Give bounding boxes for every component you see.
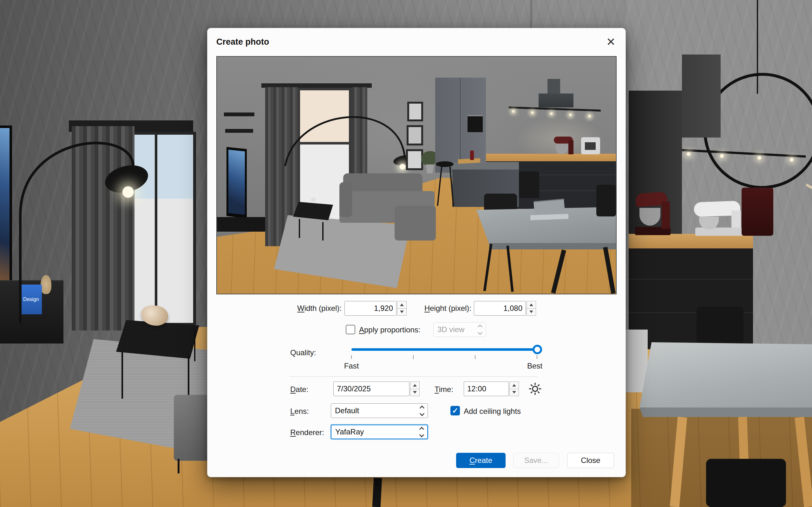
- drawer-seam: [629, 279, 753, 279]
- chair-leg: [372, 477, 382, 507]
- date-spinner: [410, 382, 420, 396]
- label-text: reate: [475, 456, 492, 464]
- renderer-select[interactable]: YafaRay: [331, 425, 428, 439]
- spinner-down-icon: [512, 391, 516, 394]
- quality-slider[interactable]: [351, 348, 537, 351]
- close-icon[interactable]: ×: [603, 34, 618, 49]
- preview-wall-shelf: [225, 129, 253, 133]
- dining-table-edge: [640, 407, 812, 417]
- preview-media-shelf: [217, 217, 265, 232]
- ottoman-leg: [177, 459, 180, 473]
- date-label: Date:: [290, 385, 308, 394]
- close-button[interactable]: Close: [567, 453, 614, 468]
- label-text: enderer:: [296, 428, 324, 437]
- height-input[interactable]: [474, 301, 526, 316]
- time-spin-up-button[interactable]: [509, 382, 519, 389]
- preview-sofa-arm: [339, 182, 352, 217]
- create-photo-dialog: Create photo ×: [207, 28, 626, 477]
- time-spinner: [509, 382, 519, 396]
- dialog-title: Create photo: [216, 37, 269, 47]
- preview-picture-frame: [407, 125, 423, 146]
- label-text: ens:: [294, 407, 309, 415]
- height-spinner: [526, 301, 536, 316]
- tv-screen: [0, 128, 9, 290]
- height-label: Height (pixel):: [415, 304, 471, 313]
- preview-oven: [467, 115, 483, 132]
- preview-wine-bottle: [470, 151, 474, 160]
- ceiling-lights-checkbox[interactable]: ✓: [450, 406, 460, 415]
- renderer-label: Renderer:: [290, 428, 324, 437]
- coffee-table-leg: [121, 351, 123, 399]
- apply-proportions-checkbox[interactable]: ✓: [346, 325, 355, 334]
- coffee-machine-front: [585, 142, 596, 150]
- quality-slider-handle[interactable]: [532, 345, 542, 354]
- preview-sofa-chaise: [395, 206, 436, 240]
- preview-bar-chair: [519, 171, 539, 198]
- slider-tick: [475, 355, 475, 359]
- separator: [289, 376, 538, 377]
- preview-tv-screen: [229, 150, 245, 215]
- preview-hood-chimney: [548, 79, 560, 95]
- width-label: Width (pixel):: [288, 304, 342, 313]
- quality-label: Quality:: [290, 348, 316, 357]
- preview-spot: [569, 113, 572, 116]
- lens-value: Default: [335, 406, 359, 415]
- spinner-down-icon: [413, 391, 417, 394]
- lens-label: Lens:: [290, 407, 309, 416]
- mnemonic: D: [290, 385, 296, 394]
- create-button[interactable]: Create: [456, 453, 506, 468]
- height-spin-down-button[interactable]: [526, 308, 536, 316]
- combo-chevrons-icon: [417, 406, 424, 415]
- save-button[interactable]: Save...: [513, 453, 559, 468]
- width-spinner: [397, 301, 407, 316]
- lens-select[interactable]: Default: [331, 403, 428, 418]
- check-icon: ✓: [452, 407, 458, 414]
- track-light-bulb: [687, 152, 691, 156]
- height-spin-up-button[interactable]: [526, 301, 536, 308]
- dining-table-top: [640, 342, 812, 409]
- spinner-down-icon: [529, 311, 533, 313]
- coffee-table-leg: [188, 355, 189, 401]
- label-text: ime:: [439, 385, 453, 394]
- quality-min-label: Fast: [337, 361, 366, 371]
- time-input[interactable]: [464, 382, 509, 396]
- slider-tick: [351, 355, 352, 359]
- preview-coffee-table-leg: [322, 222, 323, 240]
- date-input[interactable]: [334, 382, 409, 396]
- mnemonic: T: [435, 385, 439, 394]
- label-text: idth (pixel):: [305, 304, 342, 313]
- preview-bar-stool-seat: [436, 161, 454, 167]
- preview-picture-frame: [406, 149, 423, 170]
- proportions-select: 3D view: [433, 322, 486, 337]
- cabinet-seam: [460, 78, 461, 173]
- dining-chair-back: [697, 307, 744, 344]
- dining-chair: [706, 459, 786, 507]
- width-spin-down-button[interactable]: [397, 308, 407, 316]
- width-spin-up-button[interactable]: [397, 301, 407, 308]
- mnemonic: W: [297, 304, 305, 313]
- time-spin-down-button[interactable]: [509, 389, 519, 396]
- white-mixer-base: [695, 228, 742, 236]
- preview-chair-right: [596, 185, 616, 216]
- width-input[interactable]: [345, 301, 397, 316]
- mnemonic: C: [469, 456, 475, 464]
- mnemonic: R: [290, 428, 296, 437]
- preview-lamp-bulb: [400, 164, 405, 170]
- preview-counter-top: [486, 154, 616, 162]
- photo-preview: [216, 56, 617, 294]
- date-spin-up-button[interactable]: [410, 382, 420, 389]
- label-text: eight (pixel):: [430, 304, 471, 313]
- spinner-down-icon: [400, 311, 404, 313]
- date-spin-down-button[interactable]: [410, 389, 420, 396]
- label-text: pply proportions:: [364, 326, 420, 334]
- proportions-value: 3D view: [438, 325, 464, 334]
- time-label: Time:: [435, 385, 453, 394]
- combo-chevrons-icon: [475, 325, 482, 334]
- renderer-value: YafaRay: [335, 428, 364, 436]
- spinner-up-icon: [512, 384, 516, 387]
- ceiling-lights-label: Add ceiling lights: [464, 407, 521, 416]
- track-light-bulb: [720, 154, 724, 158]
- mnemonic: L: [290, 407, 294, 415]
- hood-column: [682, 55, 721, 137]
- preview-coffee-table-leg: [299, 219, 300, 238]
